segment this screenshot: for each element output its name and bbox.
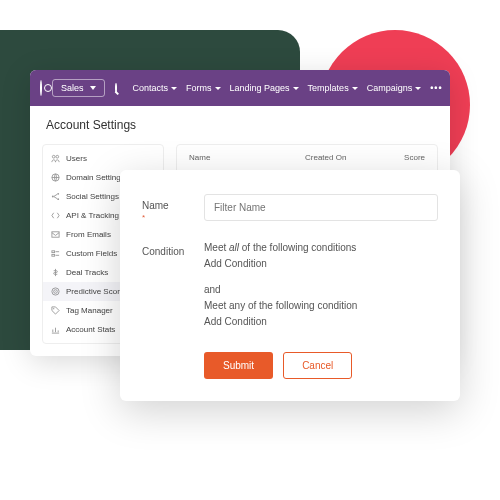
top-nav: Sales Contacts Forms Landing Pages Templ… xyxy=(30,70,450,106)
condition-label: Condition xyxy=(142,240,204,330)
nav-more-icon[interactable]: ••• xyxy=(430,83,442,93)
cancel-button[interactable]: Cancel xyxy=(283,352,352,379)
code-icon xyxy=(51,211,60,220)
fields-icon xyxy=(51,249,60,258)
globe-icon xyxy=(51,173,60,182)
submit-button[interactable]: Submit xyxy=(204,352,273,379)
sidebar-item-label: Tag Manager xyxy=(66,306,113,315)
page-title: Account Settings xyxy=(30,106,450,144)
svg-point-11 xyxy=(55,291,56,292)
nav-forms[interactable]: Forms xyxy=(186,83,221,93)
condition-any-line: Meet any of the following condition xyxy=(204,298,438,314)
filter-name-input[interactable] xyxy=(204,194,438,221)
sidebar-item-users[interactable]: Users xyxy=(43,149,163,168)
svg-rect-6 xyxy=(52,232,59,237)
required-mark: * xyxy=(142,213,204,222)
name-label: Name * xyxy=(142,194,204,222)
sidebar-item-label: Deal Tracks xyxy=(66,268,108,277)
svg-point-5 xyxy=(57,198,59,200)
tag-icon xyxy=(51,306,60,315)
module-dropdown-label: Sales xyxy=(61,83,84,93)
sidebar-item-label: Custom Fields xyxy=(66,249,117,258)
sidebar-item-label: Social Settings xyxy=(66,192,119,201)
users-icon xyxy=(51,154,60,163)
nav-templates[interactable]: Templates xyxy=(308,83,358,93)
sidebar-item-label: Predictive Score xyxy=(66,287,124,296)
module-dropdown[interactable]: Sales xyxy=(52,79,105,97)
add-condition-link-2[interactable]: Add Condition xyxy=(204,314,438,330)
target-icon xyxy=(51,287,60,296)
svg-point-12 xyxy=(53,308,54,309)
stats-icon xyxy=(51,325,60,334)
deal-icon xyxy=(51,268,60,277)
filter-modal: Name * Condition Meet all of the followi… xyxy=(120,170,460,401)
condition-and: and xyxy=(204,282,438,298)
svg-point-3 xyxy=(52,196,54,198)
nav-campaigns[interactable]: Campaigns xyxy=(367,83,422,93)
table-header: Name Created On Score xyxy=(189,153,425,162)
svg-point-4 xyxy=(57,193,59,195)
sidebar-item-label: Account Stats xyxy=(66,325,115,334)
col-name: Name xyxy=(189,153,305,162)
svg-rect-7 xyxy=(52,251,55,253)
mail-icon xyxy=(51,230,60,239)
svg-rect-8 xyxy=(52,254,55,256)
app-logo-icon xyxy=(40,80,42,96)
sidebar-item-label: From Emails xyxy=(66,230,111,239)
sidebar-item-label: Domain Settings xyxy=(66,173,125,182)
svg-point-0 xyxy=(52,155,55,158)
condition-all-line: Meet all of the following conditions xyxy=(204,240,438,256)
nav-menu: Contacts Forms Landing Pages Templates C… xyxy=(133,83,443,93)
col-created: Created On xyxy=(305,153,385,162)
nav-contacts[interactable]: Contacts xyxy=(133,83,178,93)
col-score: Score xyxy=(385,153,425,162)
condition-body: Meet all of the following conditions Add… xyxy=(204,240,438,330)
sidebar-item-label: Users xyxy=(66,154,87,163)
svg-point-1 xyxy=(56,155,59,158)
add-condition-link-1[interactable]: Add Condition xyxy=(204,256,438,272)
nav-landing-pages[interactable]: Landing Pages xyxy=(230,83,299,93)
share-icon xyxy=(51,192,60,201)
search-icon[interactable] xyxy=(115,83,117,93)
